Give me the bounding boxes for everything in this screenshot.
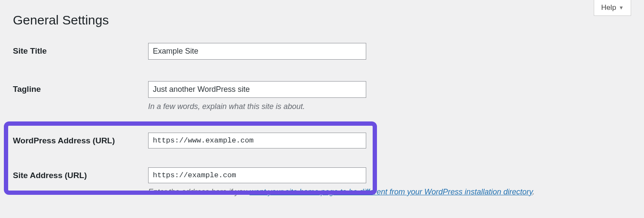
- site-url-description: Enter the address here if you want your …: [148, 188, 631, 197]
- tagline-label: Tagline: [13, 81, 148, 94]
- tagline-input[interactable]: [148, 81, 366, 98]
- site-url-desc-link[interactable]: want your site home page to be different…: [249, 188, 532, 196]
- site-url-input[interactable]: [148, 167, 366, 183]
- site-url-field: Enter the address here if you want your …: [148, 167, 631, 197]
- page-title: General Settings: [0, 0, 644, 27]
- help-label: Help: [601, 3, 616, 12]
- tagline-row: Tagline In a few words, explain what thi…: [0, 81, 644, 111]
- site-title-label: Site Title: [13, 43, 148, 56]
- site-url-label: Site Address (URL): [13, 167, 148, 180]
- site-title-row: Site Title: [0, 43, 644, 60]
- wp-url-field: [148, 133, 631, 148]
- tagline-field: In a few words, explain what this site i…: [148, 81, 631, 111]
- site-url-desc-after: .: [532, 188, 535, 196]
- wp-url-row: WordPress Address (URL): [0, 133, 644, 148]
- site-url-desc-before: Enter the address here if you: [148, 188, 249, 196]
- site-url-row: Site Address (URL) Enter the address her…: [0, 167, 644, 197]
- chevron-down-icon: ▼: [619, 5, 624, 11]
- settings-form: Site Title Tagline In a few words, expla…: [0, 43, 644, 197]
- help-tab[interactable]: Help ▼: [594, 0, 631, 16]
- tagline-description: In a few words, explain what this site i…: [148, 102, 631, 111]
- wp-url-label: WordPress Address (URL): [13, 133, 148, 145]
- site-title-input[interactable]: [148, 43, 366, 60]
- wp-url-input[interactable]: [148, 133, 366, 148]
- site-title-field: [148, 43, 631, 60]
